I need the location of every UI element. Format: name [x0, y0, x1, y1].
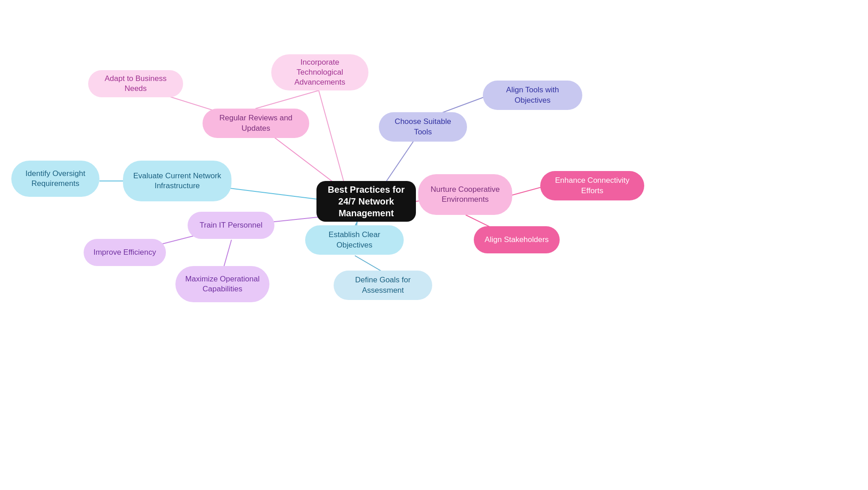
center-node: Best Practices for 24/7 Network Manageme… — [316, 181, 416, 222]
svg-line-13 — [355, 256, 382, 271]
svg-line-0 — [319, 90, 344, 181]
svg-line-3 — [255, 90, 319, 109]
nurture-node[interactable]: Nurture Cooperative Environments — [418, 174, 512, 215]
train-node[interactable]: Train IT Personnel — [188, 212, 274, 239]
improve-node[interactable]: Improve Efficiency — [84, 239, 166, 266]
identify-node[interactable]: Identify Oversight Requirements — [11, 161, 99, 197]
maximize-node[interactable]: Maximize Operational Capabilities — [175, 266, 269, 302]
reviews-node[interactable]: Regular Reviews and Updates — [203, 109, 309, 138]
evaluate-node[interactable]: Evaluate Current Network Infrastructure — [123, 161, 231, 201]
align-tools-node[interactable]: Align Tools with Objectives — [483, 81, 582, 110]
incorporate-node[interactable]: Incorporate Technological Advancements — [271, 54, 368, 90]
enhance-node[interactable]: Enhance Connectivity Efforts — [540, 171, 644, 200]
svg-line-16 — [224, 240, 231, 267]
define-goals-node[interactable]: Define Goals for Assessment — [334, 271, 432, 300]
adapt-node[interactable]: Adapt to Business Needs — [88, 70, 183, 97]
establish-node[interactable]: Establish Clear Objectives — [305, 225, 404, 255]
align-stakeholders-node[interactable]: Align Stakeholders — [474, 226, 560, 253]
svg-line-7 — [511, 187, 542, 195]
choose-tools-node[interactable]: Choose Suitable Tools — [379, 112, 467, 142]
